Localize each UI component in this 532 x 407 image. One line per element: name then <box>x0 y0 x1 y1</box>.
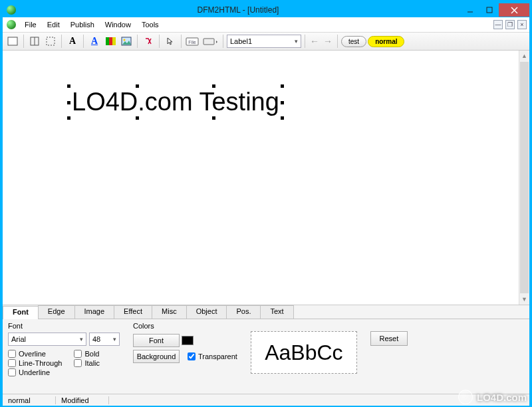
tab-misc[interactable]: Misc <box>152 305 187 319</box>
menu-file[interactable]: File <box>20 19 41 31</box>
menu-edit[interactable]: Edit <box>43 19 65 31</box>
font-size-combo[interactable]: 48 ▾ <box>89 333 120 346</box>
resize-handle-sw[interactable] <box>67 116 70 120</box>
menu-window[interactable]: Window <box>100 19 136 31</box>
svg-rect-7 <box>47 37 55 45</box>
resize-handle-n1[interactable] <box>136 84 139 88</box>
resize-handle-se[interactable] <box>281 116 284 120</box>
label-selector-combo[interactable]: Label1 ▾ <box>227 35 301 48</box>
svg-rect-1 <box>487 7 492 13</box>
tab-text[interactable]: Text <box>260 305 293 319</box>
scroll-up-icon[interactable]: ▲ <box>519 51 529 61</box>
window-title: DFM2HTML - [Untitled] <box>16 5 460 15</box>
titlebar: DFM2HTML - [Untitled] <box>3 3 529 17</box>
resize-handle-ne[interactable] <box>281 84 284 88</box>
state-normal-button[interactable]: normal <box>368 36 404 47</box>
bg-color-button[interactable]: Background <box>133 350 180 363</box>
svg-text:File: File <box>188 40 196 45</box>
properties-panel: Font Edge Image Effect Misc Object Pos. … <box>3 305 529 394</box>
scroll-down-icon[interactable]: ▼ <box>519 294 529 305</box>
resize-handle-nw[interactable] <box>67 84 70 88</box>
tool-link-icon[interactable]: A <box>87 34 102 49</box>
reset-button[interactable]: Reset <box>370 331 408 346</box>
mdi-minimize-button[interactable]: — <box>493 20 503 29</box>
tool-file-icon[interactable]: File <box>185 34 200 49</box>
chk-linethrough[interactable]: Line-Through <box>8 359 62 367</box>
maximize-button[interactable] <box>479 3 499 17</box>
font-family-value: Arial <box>11 335 26 343</box>
tool-page-icon[interactable] <box>5 34 20 49</box>
tool-symbol-icon[interactable] <box>141 34 156 49</box>
font-color-button[interactable]: Font <box>133 334 180 347</box>
chk-italic[interactable]: Italic <box>74 359 100 367</box>
app-icon <box>7 5 16 15</box>
tool-marquee-icon[interactable] <box>43 34 58 49</box>
font-family-combo[interactable]: Arial ▾ <box>8 333 86 346</box>
chk-overline[interactable]: Overline <box>8 350 62 358</box>
tool-keyboard-icon[interactable] <box>201 34 219 49</box>
tab-effect[interactable]: Effect <box>114 305 152 319</box>
nav-back-button[interactable]: ← <box>309 34 321 49</box>
nav-forward-button[interactable]: → <box>322 34 334 49</box>
scrollbar-vertical[interactable]: ▲ ▼ <box>519 51 529 305</box>
resize-handle-e[interactable] <box>281 101 284 104</box>
svg-rect-4 <box>8 37 17 45</box>
selected-label[interactable]: LO4D.com Testing <box>69 86 282 118</box>
resize-handle-s2[interactable] <box>212 116 215 120</box>
resize-handle-s1[interactable] <box>136 116 139 120</box>
tab-font[interactable]: Font <box>3 306 39 319</box>
tool-select-icon[interactable] <box>163 34 178 49</box>
tab-pos[interactable]: Pos. <box>226 305 261 319</box>
font-preview: AaBbCc <box>251 331 357 374</box>
tool-image-icon[interactable] <box>119 34 134 49</box>
chevron-down-icon: ▾ <box>80 336 83 342</box>
svg-point-9 <box>124 39 126 41</box>
tool-text-icon[interactable]: A <box>65 34 80 49</box>
font-group-label: Font <box>8 322 120 330</box>
chevron-down-icon: ▾ <box>113 336 116 342</box>
statusbar: normal Modified <box>3 394 529 406</box>
doc-icon <box>7 20 16 29</box>
properties-tabs: Font Edge Image Effect Misc Object Pos. … <box>3 305 529 319</box>
mdi-close-button[interactable]: × <box>517 20 527 29</box>
selected-label-text: LO4D.com Testing <box>72 88 279 116</box>
scroll-thumb-v[interactable] <box>520 62 529 293</box>
minimize-button[interactable] <box>460 3 479 17</box>
state-test-button[interactable]: test <box>341 36 366 47</box>
chk-underline[interactable]: Underline <box>8 368 62 376</box>
font-size-value: 48 <box>92 335 100 343</box>
chk-transparent[interactable]: Transparent <box>188 352 237 360</box>
mdi-restore-button[interactable]: ❐ <box>505 20 515 29</box>
resize-handle-n2[interactable] <box>212 84 215 88</box>
status-modified: Modified <box>56 396 109 404</box>
menu-tools[interactable]: Tools <box>137 19 164 31</box>
label-selector-value: Label1 <box>230 37 252 45</box>
colors-group-label: Colors <box>133 322 237 330</box>
status-mode: normal <box>3 396 56 404</box>
canvas[interactable]: LO4D.com Testing ▲ ▼ <box>3 51 529 305</box>
chevron-down-icon: ▾ <box>295 38 298 45</box>
menubar: File Edit Publish Window Tools — ❐ × <box>3 17 529 32</box>
close-button[interactable] <box>499 3 529 17</box>
resize-handle-w[interactable] <box>67 101 70 104</box>
toolbar: A A File Label1 ▾ ← → test <box>3 32 529 51</box>
tool-colors-icon[interactable] <box>103 34 118 49</box>
tool-panel-icon[interactable] <box>27 34 42 49</box>
menu-publish[interactable]: Publish <box>66 19 99 31</box>
font-color-swatch[interactable] <box>182 336 194 345</box>
svg-rect-12 <box>203 39 214 45</box>
chk-bold[interactable]: Bold <box>74 350 100 358</box>
tab-object[interactable]: Object <box>186 305 227 319</box>
tab-edge[interactable]: Edge <box>38 305 75 319</box>
tab-image[interactable]: Image <box>74 305 115 319</box>
